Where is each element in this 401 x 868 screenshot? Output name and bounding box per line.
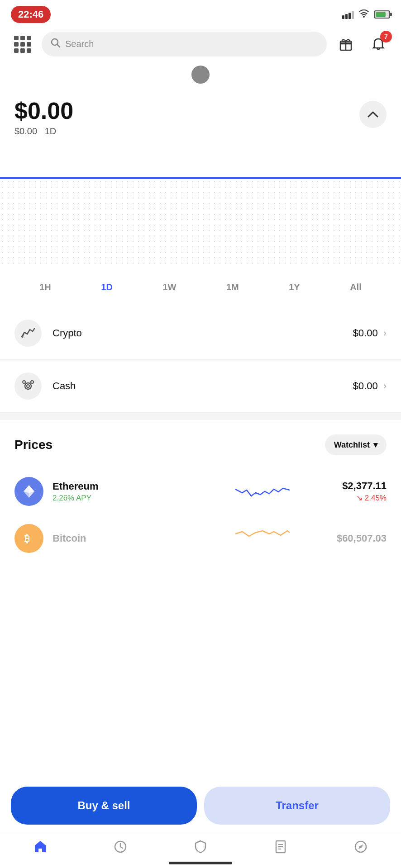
- ethereum-name: Ethereum: [53, 481, 192, 492]
- cash-value: $0.00: [353, 380, 378, 392]
- document-icon: [274, 840, 287, 857]
- bitcoin-price-info: $60,507.03: [332, 533, 387, 544]
- svg-point-7: [23, 381, 25, 383]
- crypto-value: $0.00: [353, 327, 378, 339]
- signal-icon: [342, 10, 354, 19]
- watchlist-button[interactable]: Watchlist ▾: [325, 434, 387, 455]
- search-icon: [51, 38, 61, 50]
- filter-1d[interactable]: 1D: [95, 278, 118, 296]
- time-filters: 1H 1D 1W 1M 1Y All: [0, 268, 401, 307]
- crypto-chevron: ›: [383, 327, 387, 339]
- time-display: 22:46: [11, 6, 51, 23]
- filter-1y[interactable]: 1Y: [283, 278, 305, 296]
- search-bar[interactable]: Search: [42, 32, 327, 57]
- status-icons: [342, 9, 390, 20]
- crypto-asset-row[interactable]: Crypto $0.00 ›: [0, 307, 401, 360]
- portfolio-change: $0.00 1D: [14, 126, 73, 137]
- svg-point-8: [31, 381, 33, 383]
- svg-point-6: [27, 385, 29, 387]
- header-right-icons: 7: [334, 33, 390, 56]
- bitcoin-sparkline: [192, 527, 332, 550]
- scroll-indicator: [0, 64, 401, 88]
- ethereum-row[interactable]: Ethereum 2.26% APY $2,377.11 ↘ 2.45%: [14, 468, 387, 515]
- bottom-spacer: [0, 562, 401, 652]
- portfolio-chart[interactable]: [0, 177, 401, 268]
- nav-history[interactable]: [105, 836, 136, 860]
- bitcoin-logo: ₿: [14, 524, 43, 553]
- transfer-button[interactable]: Transfer: [204, 787, 390, 825]
- clock-icon: [114, 840, 127, 857]
- status-bar: 22:46: [0, 0, 401, 27]
- home-icon: [33, 840, 47, 857]
- prices-section: Prices Watchlist ▾ Ethereum 2.26% APY $2…: [0, 420, 401, 562]
- filter-1m[interactable]: 1M: [221, 278, 244, 296]
- crypto-label: Crypto: [53, 327, 353, 339]
- chart-body: [0, 179, 401, 268]
- nav-statements[interactable]: [265, 836, 296, 860]
- prices-title: Prices: [14, 438, 53, 452]
- ethereum-info: Ethereum 2.26% APY: [53, 481, 192, 503]
- svg-point-5: [25, 383, 31, 389]
- bitcoin-price: $60,507.03: [332, 533, 387, 544]
- notification-button[interactable]: 7: [367, 33, 390, 56]
- notification-badge: 7: [380, 31, 392, 42]
- bottom-actions: Buy & sell Transfer: [0, 779, 401, 832]
- bitcoin-info: Bitcoin: [53, 533, 192, 544]
- compass-icon: [354, 840, 368, 857]
- filter-all[interactable]: All: [344, 278, 367, 296]
- wifi-icon: [358, 9, 369, 20]
- shield-icon: [194, 840, 207, 857]
- svg-line-1: [57, 45, 60, 47]
- collapse-button[interactable]: [359, 101, 387, 128]
- ethereum-logo: [14, 477, 43, 506]
- bitcoin-row[interactable]: ₿ Bitcoin $60,507.03: [14, 515, 387, 562]
- portfolio-value: $0.00: [14, 97, 73, 124]
- svg-text:₿: ₿: [24, 533, 29, 544]
- section-divider: [0, 413, 401, 420]
- filter-1h[interactable]: 1H: [34, 278, 57, 296]
- cash-icon: [14, 373, 42, 400]
- chevron-down-icon: ▾: [373, 440, 377, 450]
- ethereum-sparkline: [192, 480, 332, 503]
- crypto-icon: [14, 320, 42, 347]
- scroll-dot: [191, 66, 210, 84]
- header: Search 7: [0, 27, 401, 64]
- search-placeholder: Search: [65, 39, 94, 49]
- cash-asset-row[interactable]: Cash $0.00 ›: [0, 360, 401, 413]
- prices-header: Prices Watchlist ▾: [14, 434, 387, 455]
- portfolio-section: $0.00 $0.00 1D: [0, 88, 401, 141]
- home-indicator: [169, 862, 232, 864]
- filter-1w[interactable]: 1W: [157, 278, 181, 296]
- ethereum-price-info: $2,377.11 ↘ 2.45%: [332, 480, 387, 503]
- nav-discover[interactable]: [345, 836, 377, 860]
- nav-security[interactable]: [185, 836, 216, 860]
- bitcoin-name: Bitcoin: [53, 533, 192, 544]
- buy-sell-button[interactable]: Buy & sell: [11, 787, 197, 825]
- grid-menu-button[interactable]: [11, 33, 34, 56]
- cash-label: Cash: [53, 380, 353, 392]
- cash-chevron: ›: [383, 380, 387, 392]
- chart-spacer: [0, 141, 401, 177]
- battery-icon: [374, 10, 390, 19]
- ethereum-change: ↘ 2.45%: [332, 493, 387, 503]
- ethereum-price: $2,377.11: [332, 480, 387, 492]
- svg-marker-20: [358, 844, 363, 849]
- nav-home[interactable]: [24, 836, 56, 860]
- ethereum-apy: 2.26% APY: [53, 494, 192, 503]
- gift-button[interactable]: [334, 33, 358, 56]
